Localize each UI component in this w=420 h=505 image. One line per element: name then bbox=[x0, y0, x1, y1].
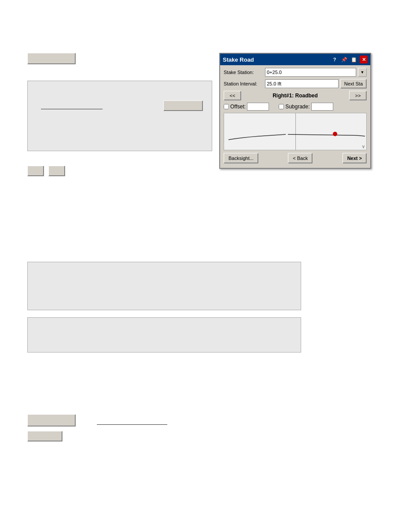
small-btn-row bbox=[27, 166, 65, 176]
offset-input[interactable] bbox=[247, 103, 269, 111]
small-btn-2[interactable] bbox=[48, 166, 65, 176]
subgrade-checkbox[interactable] bbox=[279, 104, 284, 109]
title-icons: ? 📌 📋 ✕ bbox=[331, 56, 368, 63]
prev-button[interactable]: << bbox=[224, 91, 241, 100]
road-svg bbox=[224, 113, 366, 150]
offset-group: Offset: bbox=[224, 103, 269, 111]
large-box-mid bbox=[27, 262, 301, 310]
next-button[interactable]: Next > bbox=[343, 153, 367, 163]
stake-station-row: Stake Station: ▼ bbox=[224, 68, 367, 77]
back-button[interactable]: < Back bbox=[288, 153, 313, 163]
station-interval-row: Station Interval: Next Sta bbox=[224, 79, 367, 89]
underline-text bbox=[41, 103, 103, 109]
copy-icon[interactable]: 📋 bbox=[350, 56, 358, 63]
backsight-button[interactable]: Backsight... bbox=[224, 153, 258, 163]
subgrade-group: Subgrade: bbox=[279, 103, 333, 111]
subgrade-label: Subgrade: bbox=[285, 104, 309, 110]
bottom-btn-2[interactable] bbox=[27, 431, 63, 442]
next-sta-button[interactable]: Next Sta bbox=[340, 79, 367, 89]
large-box-lower bbox=[27, 317, 301, 353]
stake-road-dialog: Stake Road ? 📌 📋 ✕ Stake Station: ▼ Stat… bbox=[219, 53, 371, 169]
canvas-v-label: v bbox=[362, 144, 365, 149]
large-box-top bbox=[27, 81, 212, 151]
next-nav-button[interactable]: >> bbox=[349, 91, 367, 100]
bottom-btn-1[interactable] bbox=[27, 414, 76, 427]
bottom-underline bbox=[97, 419, 167, 425]
pin-icon[interactable]: 📌 bbox=[340, 56, 348, 63]
inner-button[interactable] bbox=[163, 100, 203, 111]
dialog-body: Stake Station: ▼ Station Interval: Next … bbox=[220, 65, 370, 168]
stake-station-label: Stake Station: bbox=[224, 70, 263, 75]
small-btn-1[interactable] bbox=[27, 166, 44, 176]
offset-checkbox[interactable] bbox=[224, 104, 229, 109]
dialog-footer: Backsight... < Back Next > bbox=[224, 153, 367, 165]
stake-station-input[interactable] bbox=[265, 68, 356, 77]
subgrade-input[interactable] bbox=[311, 103, 333, 111]
offset-label: Offset: bbox=[230, 104, 246, 110]
road-marker bbox=[333, 132, 337, 136]
close-icon[interactable]: ✕ bbox=[360, 56, 368, 63]
road-canvas: v bbox=[224, 113, 367, 150]
checkbox-row: Offset: Subgrade: bbox=[224, 103, 367, 111]
station-interval-input[interactable] bbox=[265, 79, 339, 88]
help-icon[interactable]: ? bbox=[331, 56, 339, 63]
top-button[interactable] bbox=[27, 53, 76, 64]
stake-station-dropdown[interactable]: ▼ bbox=[358, 68, 367, 77]
station-interval-label: Station Interval: bbox=[224, 81, 263, 86]
dialog-titlebar: Stake Road ? 📌 📋 ✕ bbox=[220, 54, 370, 65]
nav-row: << Right#1: Roadbed >> bbox=[224, 91, 367, 100]
dialog-title: Stake Road bbox=[223, 56, 254, 63]
roadbed-label: Right#1: Roadbed bbox=[241, 93, 349, 99]
